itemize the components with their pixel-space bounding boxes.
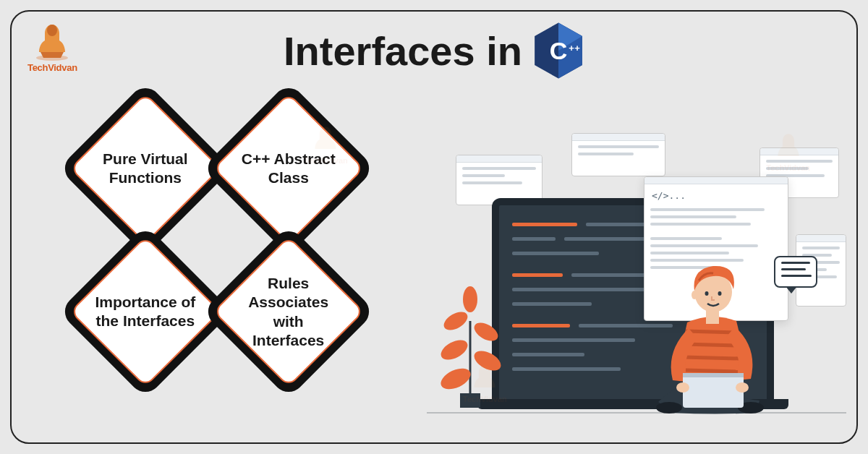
svg-point-17 <box>736 382 749 393</box>
topic-card-pure-virtual: Pure Virtual Functions <box>59 82 232 255</box>
cpp-plus-1: + <box>569 43 574 53</box>
card-label: Pure Virtual Functions <box>93 150 197 188</box>
page-title: Interfaces in C + + <box>284 22 584 80</box>
svg-point-16 <box>676 382 689 393</box>
watermark-icon: TechVidvan <box>463 361 507 403</box>
topic-card-abstract-class: C++ Abstract Class <box>202 82 375 255</box>
svg-point-21 <box>718 291 722 296</box>
topic-card-importance: Importance of the Interfaces <box>59 225 232 398</box>
card-label: Importance of the Interfaces <box>93 293 197 331</box>
svg-point-12 <box>656 402 682 414</box>
svg-point-10 <box>463 286 477 312</box>
svg-rect-14 <box>683 373 744 408</box>
page-title-wrap: Interfaces in C + + <box>0 22 868 80</box>
person-icon <box>629 243 788 416</box>
bg-window-icon <box>571 133 665 176</box>
topic-card-rules: Rules Associates with Interfaces <box>202 225 375 398</box>
svg-point-22 <box>692 291 697 299</box>
svg-point-20 <box>705 291 709 296</box>
card-label: Rules Associates with Interfaces <box>237 274 341 350</box>
title-text: Interfaces in <box>284 27 522 74</box>
speech-bubble-icon <box>774 256 817 288</box>
watermark-icon: TechVidvan <box>304 123 348 165</box>
svg-point-7 <box>438 336 471 364</box>
watermark-icon: TechVidvan <box>766 130 810 172</box>
svg-point-6 <box>471 319 501 344</box>
cpp-badge-icon: C + + <box>532 22 584 80</box>
svg-point-5 <box>441 308 470 333</box>
code-tag-text: </>... <box>644 184 788 204</box>
cpp-plus-2: + <box>574 43 580 53</box>
svg-rect-15 <box>683 373 744 377</box>
